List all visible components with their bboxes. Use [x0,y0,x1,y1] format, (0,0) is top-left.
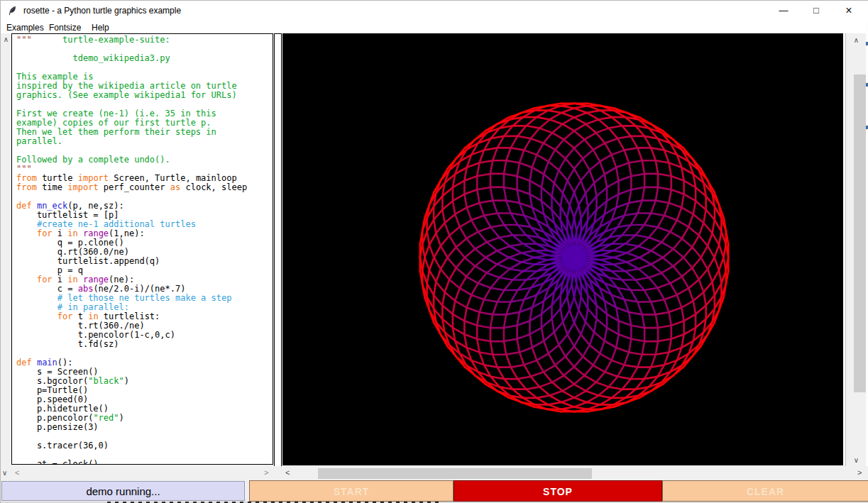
canvas-hscroll-thumb[interactable] [318,468,592,479]
clear-button[interactable]: CLEAR [662,480,868,502]
code-text: """ turtle-example-suite: tdemo_wikipedi… [16,35,247,465]
code-inner-vscrollbar[interactable] [274,33,282,480]
start-button[interactable]: START [249,480,454,502]
scroll-down-icon[interactable]: ∨ [851,456,862,464]
minimize-button[interactable]: — [767,1,800,21]
canvas-vscrollbar[interactable]: ∧ ∨ [845,33,866,466]
status-label: demo running... [1,481,245,501]
menu-examples[interactable]: Examples [4,22,46,33]
close-button[interactable]: × [833,1,865,21]
graphics-canvas-frame [282,33,845,465]
stop-button[interactable]: STOP [454,480,662,502]
scroll-down-icon[interactable]: ∨ [2,469,7,477]
canvas-vscroll-thumb[interactable] [854,74,866,392]
turtledemo-window: rosette - a Python turtle graphics examp… [0,0,868,503]
scroll-up-icon[interactable]: ∧ [851,36,862,44]
control-bar: demo running... START STOP CLEAR [1,480,868,502]
code-scroll-right-icon[interactable]: > [264,468,268,477]
hscroll-row: ∨ < > < > [1,466,868,480]
menu-bar: Examples Fontsize Help [1,21,868,33]
title-bar: rosette - a Python turtle graphics examp… [1,1,868,21]
menu-fontsize[interactable]: Fontsize [47,22,83,33]
source-code-pane[interactable]: """ turtle-example-suite: tdemo_wikipedi… [11,33,273,465]
maximize-button[interactable]: □ [800,1,833,21]
canvas-scroll-left-icon[interactable]: < [285,468,290,477]
turtle-canvas [282,33,843,465]
canvas-scroll-right-icon[interactable]: > [857,468,862,477]
code-scroll-left-icon[interactable]: < [15,468,19,477]
scroll-up-icon[interactable]: ∧ [1,35,11,43]
window-title: rosette - a Python turtle graphics examp… [23,6,181,16]
tk-feather-icon [7,5,18,16]
canvas-hscrollbar[interactable] [294,467,855,479]
code-outer-vscrollbar[interactable]: ∧ [1,33,11,466]
menu-help[interactable]: Help [89,22,111,33]
